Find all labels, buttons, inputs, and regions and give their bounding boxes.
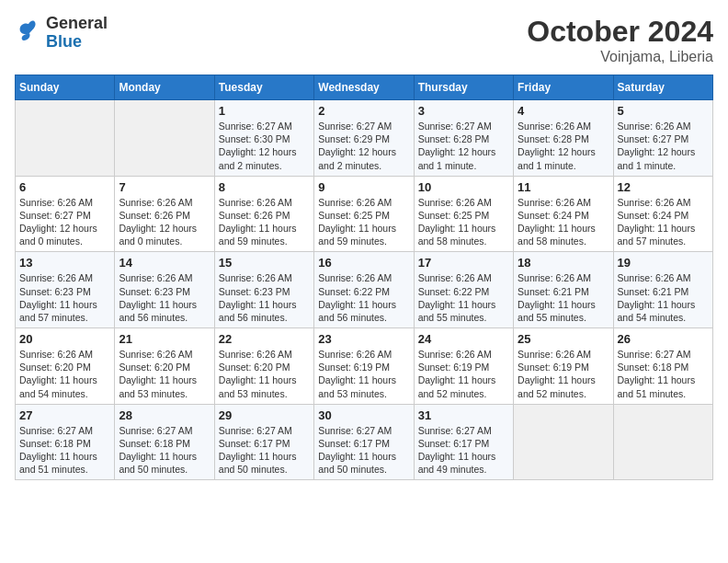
calendar-week-row: 27Sunrise: 6:27 AM Sunset: 6:18 PM Dayli… <box>16 404 713 480</box>
day-number: 22 <box>219 332 310 346</box>
weekday-header: Sunday <box>16 75 115 100</box>
day-number: 13 <box>19 256 110 270</box>
title-block: October 2024 Voinjama, Liberia <box>527 15 713 65</box>
day-number: 9 <box>318 180 409 194</box>
day-number: 5 <box>618 104 709 118</box>
day-info: Sunrise: 6:26 AM Sunset: 6:21 PM Dayligh… <box>518 271 609 324</box>
day-info: Sunrise: 6:27 AM Sunset: 6:17 PM Dayligh… <box>219 424 310 477</box>
day-info: Sunrise: 6:27 AM Sunset: 6:28 PM Dayligh… <box>418 120 509 172</box>
day-info: Sunrise: 6:26 AM Sunset: 6:20 PM Dayligh… <box>219 348 310 400</box>
calendar-cell: 23Sunrise: 6:26 AM Sunset: 6:19 PM Dayli… <box>314 328 414 405</box>
day-number: 14 <box>119 256 210 270</box>
calendar-cell: 8Sunrise: 6:26 AM Sunset: 6:26 PM Daylig… <box>214 176 313 252</box>
calendar-cell: 14Sunrise: 6:26 AM Sunset: 6:23 PM Dayli… <box>115 252 214 328</box>
day-number: 19 <box>618 256 709 270</box>
calendar-cell: 1Sunrise: 6:27 AM Sunset: 6:30 PM Daylig… <box>214 100 313 177</box>
day-number: 1 <box>219 104 310 118</box>
day-info: Sunrise: 6:26 AM Sunset: 6:23 PM Dayligh… <box>219 271 310 324</box>
day-number: 4 <box>518 104 609 118</box>
calendar-cell: 28Sunrise: 6:27 AM Sunset: 6:18 PM Dayli… <box>115 404 214 480</box>
day-info: Sunrise: 6:26 AM Sunset: 6:26 PM Dayligh… <box>219 196 310 248</box>
day-info: Sunrise: 6:26 AM Sunset: 6:20 PM Dayligh… <box>119 348 210 400</box>
day-number: 17 <box>418 256 509 270</box>
day-info: Sunrise: 6:26 AM Sunset: 6:22 PM Dayligh… <box>318 271 409 324</box>
weekday-header: Saturday <box>613 75 712 100</box>
day-info: Sunrise: 6:27 AM Sunset: 6:18 PM Dayligh… <box>119 424 210 477</box>
day-info: Sunrise: 6:26 AM Sunset: 6:25 PM Dayligh… <box>418 196 509 248</box>
day-number: 20 <box>19 332 110 346</box>
day-number: 3 <box>418 104 509 118</box>
day-info: Sunrise: 6:27 AM Sunset: 6:17 PM Dayligh… <box>318 424 409 477</box>
day-info: Sunrise: 6:26 AM Sunset: 6:24 PM Dayligh… <box>518 196 609 248</box>
day-number: 26 <box>618 332 709 346</box>
day-info: Sunrise: 6:26 AM Sunset: 6:28 PM Dayligh… <box>518 120 609 172</box>
day-info: Sunrise: 6:26 AM Sunset: 6:25 PM Dayligh… <box>318 196 409 248</box>
day-info: Sunrise: 6:27 AM Sunset: 6:17 PM Dayligh… <box>418 424 509 477</box>
day-number: 10 <box>418 180 509 194</box>
calendar-cell <box>16 100 115 177</box>
day-info: Sunrise: 6:27 AM Sunset: 6:18 PM Dayligh… <box>19 424 110 477</box>
day-number: 15 <box>219 256 310 270</box>
calendar-cell: 11Sunrise: 6:26 AM Sunset: 6:24 PM Dayli… <box>514 176 613 252</box>
logo-text: General Blue <box>46 15 108 52</box>
month-title: October 2024 <box>527 15 713 49</box>
calendar-cell <box>115 100 214 177</box>
calendar-cell: 5Sunrise: 6:26 AM Sunset: 6:27 PM Daylig… <box>613 100 712 177</box>
weekday-header: Thursday <box>414 75 513 100</box>
calendar-cell: 18Sunrise: 6:26 AM Sunset: 6:21 PM Dayli… <box>514 252 613 328</box>
day-info: Sunrise: 6:26 AM Sunset: 6:20 PM Dayligh… <box>19 348 110 400</box>
calendar-cell: 24Sunrise: 6:26 AM Sunset: 6:19 PM Dayli… <box>414 328 513 405</box>
calendar-table: SundayMondayTuesdayWednesdayThursdayFrid… <box>15 75 713 480</box>
day-number: 8 <box>219 180 310 194</box>
day-info: Sunrise: 6:26 AM Sunset: 6:21 PM Dayligh… <box>618 271 709 324</box>
day-number: 21 <box>119 332 210 346</box>
day-info: Sunrise: 6:27 AM Sunset: 6:29 PM Dayligh… <box>318 120 409 172</box>
calendar-cell: 29Sunrise: 6:27 AM Sunset: 6:17 PM Dayli… <box>214 404 313 480</box>
calendar-cell: 22Sunrise: 6:26 AM Sunset: 6:20 PM Dayli… <box>214 328 313 405</box>
calendar-cell: 2Sunrise: 6:27 AM Sunset: 6:29 PM Daylig… <box>314 100 414 177</box>
calendar-cell: 10Sunrise: 6:26 AM Sunset: 6:25 PM Dayli… <box>414 176 513 252</box>
calendar-cell: 7Sunrise: 6:26 AM Sunset: 6:26 PM Daylig… <box>115 176 214 252</box>
day-info: Sunrise: 6:26 AM Sunset: 6:27 PM Dayligh… <box>618 120 709 172</box>
weekday-header: Monday <box>115 75 214 100</box>
calendar-week-row: 6Sunrise: 6:26 AM Sunset: 6:27 PM Daylig… <box>16 176 713 252</box>
logo-icon <box>15 20 42 46</box>
calendar-cell <box>613 404 712 480</box>
day-number: 30 <box>318 408 409 422</box>
day-info: Sunrise: 6:26 AM Sunset: 6:22 PM Dayligh… <box>418 271 509 324</box>
calendar-cell: 27Sunrise: 6:27 AM Sunset: 6:18 PM Dayli… <box>16 404 115 480</box>
calendar-cell: 16Sunrise: 6:26 AM Sunset: 6:22 PM Dayli… <box>314 252 414 328</box>
day-number: 11 <box>518 180 609 194</box>
calendar-cell: 30Sunrise: 6:27 AM Sunset: 6:17 PM Dayli… <box>314 404 414 480</box>
day-info: Sunrise: 6:26 AM Sunset: 6:26 PM Dayligh… <box>119 196 210 248</box>
day-info: Sunrise: 6:27 AM Sunset: 6:30 PM Dayligh… <box>219 120 310 172</box>
calendar-cell: 12Sunrise: 6:26 AM Sunset: 6:24 PM Dayli… <box>613 176 712 252</box>
page-header: General Blue October 2024 Voinjama, Libe… <box>15 15 713 65</box>
day-number: 29 <box>219 408 310 422</box>
calendar-cell: 17Sunrise: 6:26 AM Sunset: 6:22 PM Dayli… <box>414 252 513 328</box>
day-number: 25 <box>518 332 609 346</box>
calendar-cell: 9Sunrise: 6:26 AM Sunset: 6:25 PM Daylig… <box>314 176 414 252</box>
calendar-week-row: 13Sunrise: 6:26 AM Sunset: 6:23 PM Dayli… <box>16 252 713 328</box>
calendar-cell: 20Sunrise: 6:26 AM Sunset: 6:20 PM Dayli… <box>16 328 115 405</box>
day-info: Sunrise: 6:26 AM Sunset: 6:19 PM Dayligh… <box>418 348 509 400</box>
weekday-header: Wednesday <box>314 75 414 100</box>
location-title: Voinjama, Liberia <box>527 49 713 65</box>
day-info: Sunrise: 6:27 AM Sunset: 6:18 PM Dayligh… <box>618 348 709 400</box>
day-info: Sunrise: 6:26 AM Sunset: 6:24 PM Dayligh… <box>618 196 709 248</box>
calendar-week-row: 20Sunrise: 6:26 AM Sunset: 6:20 PM Dayli… <box>16 328 713 405</box>
calendar-cell: 13Sunrise: 6:26 AM Sunset: 6:23 PM Dayli… <box>16 252 115 328</box>
calendar-cell: 31Sunrise: 6:27 AM Sunset: 6:17 PM Dayli… <box>414 404 513 480</box>
weekday-header: Tuesday <box>214 75 313 100</box>
day-info: Sunrise: 6:26 AM Sunset: 6:27 PM Dayligh… <box>19 196 110 248</box>
calendar-cell: 25Sunrise: 6:26 AM Sunset: 6:19 PM Dayli… <box>514 328 613 405</box>
calendar-cell: 21Sunrise: 6:26 AM Sunset: 6:20 PM Dayli… <box>115 328 214 405</box>
calendar-cell: 3Sunrise: 6:27 AM Sunset: 6:28 PM Daylig… <box>414 100 513 177</box>
calendar-cell: 26Sunrise: 6:27 AM Sunset: 6:18 PM Dayli… <box>613 328 712 405</box>
calendar-cell: 15Sunrise: 6:26 AM Sunset: 6:23 PM Dayli… <box>214 252 313 328</box>
day-number: 31 <box>418 408 509 422</box>
calendar-cell: 19Sunrise: 6:26 AM Sunset: 6:21 PM Dayli… <box>613 252 712 328</box>
day-number: 12 <box>618 180 709 194</box>
day-number: 6 <box>19 180 110 194</box>
day-info: Sunrise: 6:26 AM Sunset: 6:19 PM Dayligh… <box>318 348 409 400</box>
